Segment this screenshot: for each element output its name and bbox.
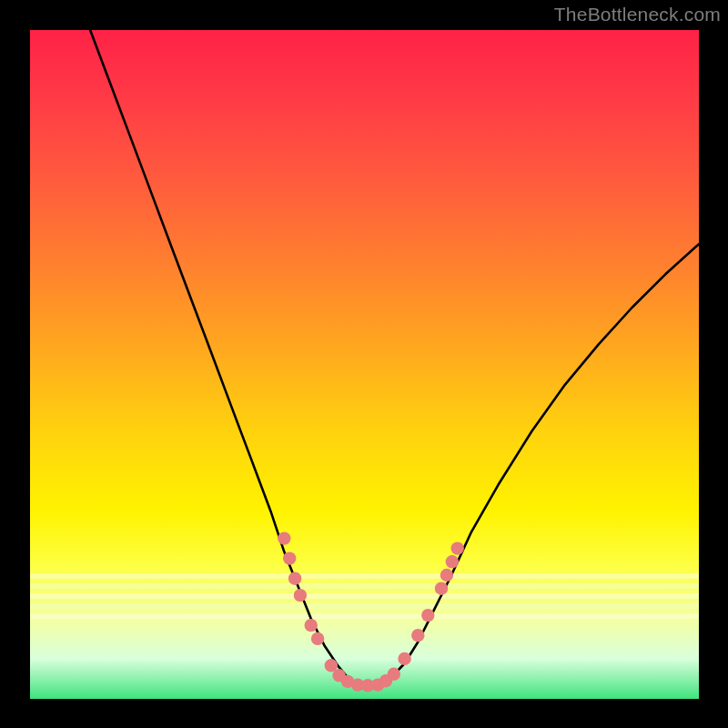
curve-svg [30,30,699,699]
data-dot [451,541,464,554]
data-dot [440,569,453,581]
data-dot [398,652,410,665]
chart-frame: TheBottleneck.com [0,0,728,728]
data-dot [435,582,448,595]
bottleneck-curve [90,30,699,685]
data-dot [305,619,318,632]
data-dot [278,531,290,544]
data-dot [283,551,296,564]
data-dot [411,629,424,642]
plot-area [30,30,699,699]
data-dot [388,668,400,681]
data-dot [311,632,324,645]
watermark-text: TheBottleneck.com [554,4,721,25]
data-dot [288,572,301,585]
data-dot [294,589,307,602]
data-dot [446,555,459,568]
data-dot [421,609,434,622]
data-dots [278,531,464,692]
